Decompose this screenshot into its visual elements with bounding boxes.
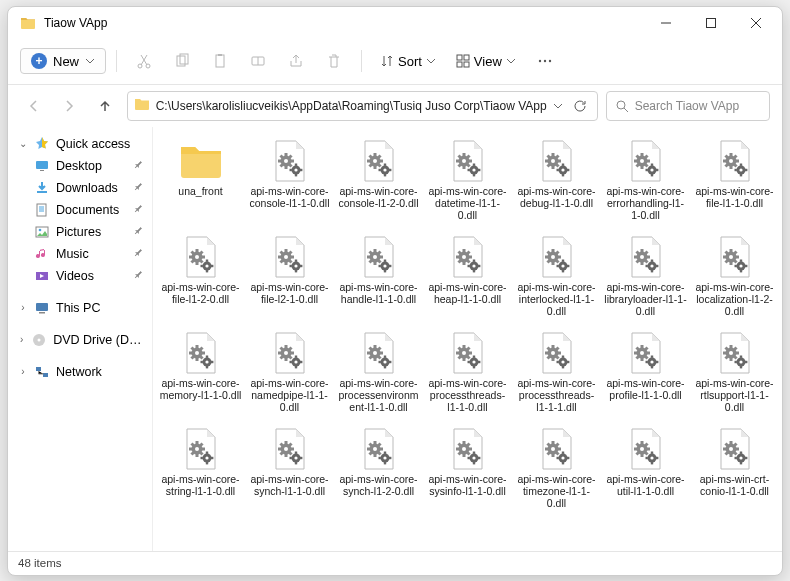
svg-rect-298 [472, 366, 474, 368]
minimize-button[interactable] [643, 7, 688, 39]
svg-rect-0 [706, 18, 715, 27]
file-name-label: api-ms-win-core-localization-l1-2-0.dll [693, 281, 776, 317]
file-name-label: api-ms-win-core-file-l1-2-0.dll [159, 281, 242, 305]
paste-button[interactable] [203, 44, 237, 78]
rename-button[interactable] [241, 44, 275, 78]
dll-file-icon [533, 137, 581, 185]
svg-rect-124 [745, 168, 747, 170]
share-button[interactable] [279, 44, 313, 78]
file-item[interactable]: api-ms-win-core-libraryloader-l1-1-0.dll [602, 229, 689, 323]
cut-button[interactable] [127, 44, 161, 78]
svg-point-120 [739, 168, 742, 171]
file-list[interactable]: una_frontapi-ms-win-core-console-l1-1-0.… [153, 127, 782, 551]
folder-item[interactable]: una_front [157, 133, 244, 227]
svg-rect-16 [36, 161, 48, 169]
status-bar: 48 items [8, 551, 782, 575]
forward-button[interactable] [56, 90, 84, 122]
svg-rect-410 [472, 462, 474, 464]
sidebar-item-videos[interactable]: Videos [12, 265, 148, 287]
svg-rect-434 [647, 448, 650, 451]
refresh-button[interactable] [569, 99, 591, 113]
svg-rect-444 [656, 457, 658, 459]
file-item[interactable]: api-ms-win-core-handle-l1-1-0.dll [335, 229, 422, 323]
svg-rect-43 [289, 168, 291, 170]
svg-rect-431 [640, 441, 643, 444]
file-item[interactable]: api-ms-win-core-synch-l1-2-0.dll [335, 421, 422, 515]
file-item[interactable]: api-ms-win-core-string-l1-1-0.dll [157, 421, 244, 515]
sidebar-network[interactable]: › Network [12, 361, 148, 383]
file-item[interactable]: api-ms-win-core-localization-l1-2-0.dll [691, 229, 778, 323]
file-item[interactable]: api-ms-win-core-datetime-l1-1-0.dll [424, 133, 511, 227]
file-item[interactable]: api-ms-win-core-namedpipe-l1-1-0.dll [246, 325, 333, 419]
close-button[interactable] [733, 7, 778, 39]
view-dropdown[interactable]: View [448, 50, 524, 73]
svg-rect-345 [739, 355, 741, 357]
svg-rect-144 [284, 262, 287, 265]
sidebar-dvd-drive[interactable]: › DVD Drive (D:) CCCC [12, 329, 148, 351]
file-item[interactable]: api-ms-win-core-util-l1-1-0.dll [602, 421, 689, 515]
file-item[interactable]: api-ms-win-core-synch-l1-1-0.dll [246, 421, 333, 515]
sidebar-item-downloads[interactable]: Downloads [12, 177, 148, 199]
file-item[interactable]: api-ms-win-core-sysinfo-l1-1-0.dll [424, 421, 511, 515]
svg-rect-283 [378, 361, 380, 363]
svg-point-174 [462, 255, 466, 259]
svg-point-254 [284, 351, 288, 355]
file-item[interactable]: api-ms-win-core-processenvironment-l1-1-… [335, 325, 422, 419]
file-item[interactable]: api-ms-win-core-file-l2-1-0.dll [246, 229, 333, 323]
pin-icon [130, 224, 144, 238]
maximize-button[interactable] [688, 7, 733, 39]
sidebar-item-label: Music [56, 247, 89, 261]
new-button[interactable]: + New [20, 48, 106, 74]
file-item[interactable]: api-ms-win-core-debug-l1-1-0.dll [513, 133, 600, 227]
delete-button[interactable] [317, 44, 351, 78]
sort-dropdown[interactable]: Sort [372, 50, 444, 73]
svg-rect-107 [645, 168, 647, 170]
file-item[interactable]: api-ms-win-core-profile-l1-1-0.dll [602, 325, 689, 419]
file-item[interactable]: api-ms-win-core-heap-l1-1-0.dll [424, 229, 511, 323]
file-item[interactable]: api-ms-win-core-console-l1-2-0.dll [335, 133, 422, 227]
back-button[interactable] [20, 90, 48, 122]
sidebar-item-label: Desktop [56, 159, 102, 173]
file-item[interactable]: api-ms-win-crt-conio-l1-1-0.dll [691, 421, 778, 515]
file-item[interactable]: api-ms-win-core-processthreads-l1-1-0.dl… [424, 325, 511, 419]
svg-rect-347 [734, 361, 736, 363]
svg-rect-415 [551, 441, 554, 444]
navigation-pane[interactable]: ⌄ Quick access DesktopDownloadsDocuments… [8, 127, 153, 551]
chevron-down-icon[interactable] [553, 101, 563, 111]
chevron-down-icon [506, 56, 516, 66]
file-item[interactable]: api-ms-win-core-console-l1-1-0.dll [246, 133, 333, 227]
titlebar[interactable]: Tiaow VApp [8, 7, 782, 39]
sidebar-quick-access[interactable]: ⌄ Quick access [12, 133, 148, 155]
file-item[interactable]: api-ms-win-core-processthreads-l1-1-1.dl… [513, 325, 600, 419]
svg-rect-89 [561, 163, 563, 165]
copy-button[interactable] [165, 44, 199, 78]
sidebar-item-documents[interactable]: Documents [12, 199, 148, 221]
desktop-icon [34, 158, 50, 174]
address-bar[interactable]: C:\Users\karolisliucveikis\AppData\Roami… [127, 91, 598, 121]
more-button[interactable] [528, 44, 562, 78]
sidebar-this-pc[interactable]: › This PC [12, 297, 148, 319]
svg-point-414 [551, 447, 555, 451]
svg-rect-255 [284, 345, 287, 348]
file-item[interactable]: api-ms-win-core-interlocked-l1-1-0.dll [513, 229, 600, 323]
file-name-label: api-ms-win-core-console-l1-1-0.dll [248, 185, 331, 209]
search-input[interactable]: Search Tiaow VApp [606, 91, 770, 121]
sidebar-item-pictures[interactable]: Pictures [12, 221, 148, 243]
svg-rect-316 [567, 361, 569, 363]
svg-rect-364 [211, 457, 213, 459]
file-item[interactable]: api-ms-win-core-errorhandling-l1-1-0.dll [602, 133, 689, 227]
file-item[interactable]: api-ms-win-core-timezone-l1-1-0.dll [513, 421, 600, 515]
pin-icon [130, 268, 144, 282]
file-item[interactable]: api-ms-win-core-rtlsupport-l1-1-0.dll [691, 325, 778, 419]
svg-point-190 [551, 255, 555, 259]
sidebar-item-desktop[interactable]: Desktop [12, 155, 148, 177]
file-item[interactable]: api-ms-win-core-file-l1-2-0.dll [157, 229, 244, 323]
sidebar-item-music[interactable]: Music [12, 243, 148, 265]
svg-rect-378 [294, 462, 296, 464]
svg-point-456 [739, 456, 742, 459]
file-item[interactable]: api-ms-win-core-file-l1-1-0.dll [691, 133, 778, 227]
svg-rect-154 [294, 270, 296, 272]
file-item[interactable]: api-ms-win-core-memory-l1-1-0.dll [157, 325, 244, 419]
up-button[interactable] [91, 90, 119, 122]
svg-rect-202 [561, 270, 563, 272]
